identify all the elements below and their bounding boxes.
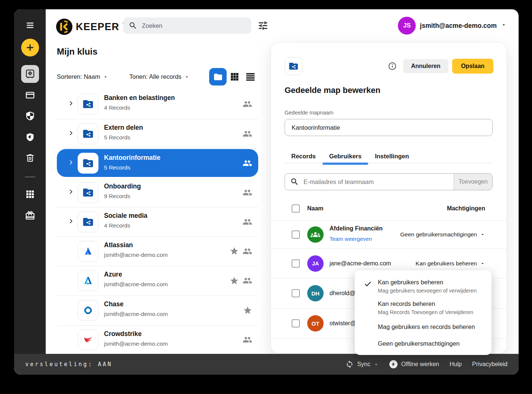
menu-item-manage-records[interactable]: Kan records beheren Mag Records Toevoege… [355, 297, 492, 319]
record-row[interactable]: Chase jsmith@acme-demo.com [57, 296, 258, 326]
chevron-right-icon[interactable] [68, 159, 74, 167]
column-permissions: Machtigingen [447, 205, 485, 212]
member-search-input[interactable] [299, 178, 454, 186]
search-icon [129, 21, 137, 30]
menu-item-manage-users-and-records[interactable]: Mag gebruikers en records beheren [355, 319, 492, 335]
record-subtitle: jsmith@acme-demo.com [104, 252, 168, 258]
folder-count: 4 Records [104, 104, 130, 111]
record-subtitle: jsmith@acme-demo.com [104, 311, 168, 317]
lightning-icon [389, 360, 398, 369]
menu-item-manage-users[interactable]: Kan gebruikers beheren Mag gebruikers to… [355, 275, 492, 297]
payment-card-icon [25, 90, 35, 100]
nav-payment-cards[interactable] [25, 90, 35, 100]
privacy-link[interactable]: Privacybeleid [472, 361, 507, 368]
record-subtitle: jsmith@acme-demo.com [104, 281, 168, 288]
offline-label: Offline werken [401, 361, 439, 368]
sort-label: Sorteren: Naam [57, 73, 100, 80]
view-grid-button[interactable] [230, 72, 240, 83]
page-title: Mijn kluis [57, 46, 97, 57]
menu-button[interactable] [25, 21, 35, 30]
crowdstrike-logo-icon [78, 329, 98, 350]
sync-button[interactable]: Sync [346, 360, 379, 368]
view-team-link[interactable]: Team weergeven [330, 236, 372, 242]
user-avatar: DH [307, 285, 324, 301]
menu-item-label: Kan records beheren [378, 300, 483, 307]
trash-icon [25, 153, 35, 163]
chevron-down-icon [480, 261, 485, 266]
chevron-right-icon[interactable] [68, 189, 74, 196]
sync-label: Sync [357, 361, 370, 368]
nav-referral[interactable] [25, 210, 35, 221]
view-list-button[interactable] [245, 71, 256, 84]
chevron-right-icon[interactable] [68, 218, 74, 226]
folder-name: Onboarding [104, 183, 141, 190]
info-icon[interactable] [388, 62, 397, 71]
row-checkbox[interactable] [292, 319, 300, 327]
folder-icon [213, 72, 223, 82]
panel-tabs: Records Gebruikers Instellingen [285, 150, 416, 162]
chevron-right-icon[interactable] [68, 100, 74, 108]
folder-row-selected[interactable]: Kantoorinformatie 5 Records [57, 149, 258, 177]
help-link[interactable]: Hulp [450, 361, 462, 368]
nav-breachwatch[interactable] [25, 132, 35, 142]
folder-row[interactable]: Banken en belastingen 4 Records [57, 89, 258, 119]
permission-menu: Kan gebruikers beheren Mag gebruikers to… [355, 270, 492, 355]
folder-name: Sociale media [104, 212, 147, 220]
record-name: Azure [104, 271, 122, 278]
member-row-team[interactable]: Afdeling Financiën Team weergeven Geen g… [271, 221, 507, 249]
folder-name: Kantoorinformatie [104, 154, 160, 162]
star-icon [243, 306, 252, 315]
record-row[interactable]: Atlassian jsmith@acme-demo.com [57, 236, 258, 266]
chevron-down-icon [103, 74, 108, 80]
search-input[interactable] [141, 22, 246, 30]
folder-row[interactable]: Sociale media 4 Records [57, 207, 258, 237]
folder-row[interactable]: Extern delen 5 Records [57, 119, 258, 149]
status-bar: versleuteling: AAN Sync Offline werken H… [14, 354, 519, 375]
create-new-button[interactable] [21, 39, 39, 56]
tab-settings[interactable]: Instellingen [368, 150, 416, 162]
folder-row[interactable]: Onboarding 9 Records [57, 178, 258, 207]
chevron-down-icon [374, 362, 379, 367]
offline-mode-button[interactable]: Offline werken [389, 360, 439, 369]
azure-logo-icon [78, 270, 98, 291]
cancel-button[interactable]: Annuleren [403, 59, 448, 73]
tab-records[interactable]: Records [285, 150, 322, 162]
filter-label: Tonen: Alle records [129, 73, 181, 80]
folder-count: 4 Records [104, 222, 130, 229]
save-button[interactable]: Opslaan [452, 59, 493, 74]
chevron-right-icon[interactable] [68, 130, 74, 138]
row-checkbox[interactable] [292, 230, 300, 239]
brand-wordmark: KEEPER [76, 21, 119, 33]
nav-security-audit[interactable] [25, 111, 35, 121]
nav-deleted-items[interactable] [25, 153, 35, 163]
tab-users[interactable]: Gebruikers [322, 150, 368, 162]
filter-settings-button[interactable] [257, 20, 269, 31]
view-folders-button[interactable] [209, 68, 227, 85]
nav-vault[interactable] [21, 65, 39, 83]
permission-dropdown[interactable]: Kan gebruikers beheren [416, 260, 485, 267]
global-search[interactable] [123, 17, 251, 34]
record-row[interactable]: Crowdstrike jsmith@acme-demo.com [57, 325, 258, 354]
member-search: Toevoegen [285, 173, 493, 190]
add-member-button[interactable]: Toevoegen [454, 174, 492, 190]
select-all-checkbox[interactable] [292, 204, 300, 213]
screen: { "topbar": { "brand": "KEEPER", "regist… [0, 0, 532, 394]
member-name: jane@acme-demo.com [330, 260, 391, 267]
row-checkbox[interactable] [292, 289, 300, 297]
record-row[interactable]: Azure jsmith@acme-demo.com [57, 266, 258, 296]
check-icon [364, 280, 372, 290]
chase-logo-icon [78, 300, 98, 321]
menu-item-description: Mag Records Toevoegen of Verwijderen [378, 309, 483, 315]
row-checkbox[interactable] [292, 259, 300, 268]
nav-app-switcher[interactable] [25, 189, 35, 199]
chevron-down-icon [184, 74, 189, 80]
filter-dropdown[interactable]: Tonen: Alle records [129, 73, 189, 80]
account-menu[interactable]: JS jsmith@acme-demo.com [398, 17, 507, 35]
permission-dropdown[interactable]: Geen gebruikersmachtigingen [400, 231, 485, 238]
folder-name-input[interactable] [285, 119, 493, 136]
folder-count: 5 Records [104, 164, 130, 171]
folder-count: 9 Records [104, 193, 130, 200]
sort-dropdown[interactable]: Sorteren: Naam [57, 73, 108, 80]
menu-item-no-permissions[interactable]: Geen gebruikersmachtigingen [355, 335, 492, 349]
folder-name: Banken en belastingen [104, 94, 175, 102]
